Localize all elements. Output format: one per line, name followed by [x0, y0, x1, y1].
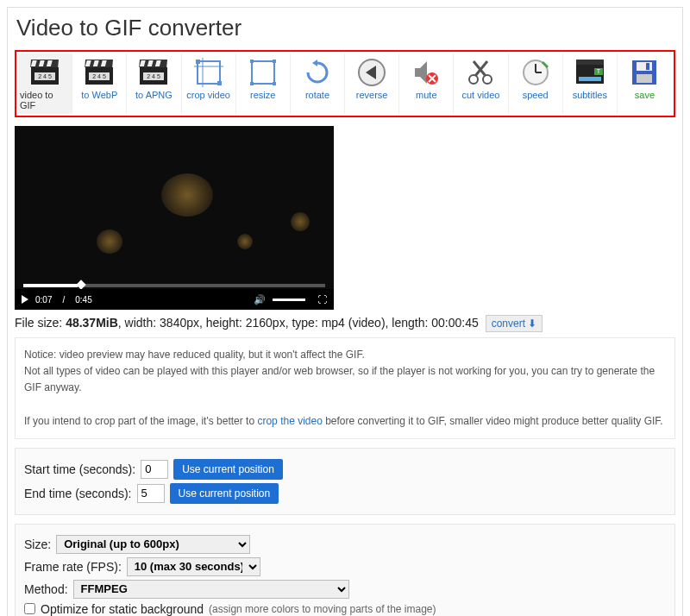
- clapperboard-icon: 2 4 5: [84, 57, 115, 88]
- time-current: 0:07: [35, 295, 52, 305]
- file-info-line: File size: 48.37MiB, width: 3840px, heig…: [15, 315, 675, 332]
- fps-label: Frame rate (FPS):: [24, 560, 122, 574]
- svg-rect-54: [637, 74, 652, 83]
- svg-rect-21: [198, 61, 220, 84]
- tool-label: mute: [416, 90, 436, 100]
- tool-resize[interactable]: resize: [236, 53, 291, 114]
- svg-rect-53: [646, 63, 649, 70]
- method-label: Method:: [24, 582, 68, 596]
- time-duration: 0:45: [75, 295, 91, 305]
- optimize-hint: (assign more colors to moving parts of t…: [209, 603, 436, 615]
- volume-slider[interactable]: [273, 299, 305, 301]
- tool-crop-video[interactable]: crop video: [182, 53, 236, 114]
- toolbar: 2 4 5 video to GIF 2 4 5 to WebP 2 4 5 t…: [18, 53, 672, 114]
- tool-mute[interactable]: mute: [399, 53, 454, 114]
- video-preview: [15, 126, 334, 310]
- tool-speed[interactable]: speed: [509, 53, 563, 114]
- tool-label: save: [635, 90, 655, 100]
- tool-save[interactable]: save: [618, 53, 672, 114]
- tool-label: speed: [523, 90, 549, 100]
- svg-rect-26: [252, 61, 274, 84]
- start-time-input[interactable]: [141, 460, 168, 479]
- seek-bar[interactable]: [23, 284, 325, 287]
- optimize-label: Optimize for static background: [41, 602, 204, 616]
- volume-icon[interactable]: 🔊: [254, 294, 266, 305]
- svg-rect-29: [250, 82, 254, 85]
- svg-rect-27: [250, 60, 254, 63]
- svg-text:2 4 5: 2 4 5: [92, 73, 106, 79]
- tool-label: resize: [250, 90, 275, 100]
- convert-link[interactable]: convert ⬇: [486, 315, 543, 332]
- svg-text:2 4 5: 2 4 5: [38, 73, 52, 79]
- optimize-checkbox[interactable]: [24, 603, 35, 614]
- start-time-label: Start time (seconds):: [24, 462, 135, 476]
- svg-line-40: [475, 61, 487, 76]
- subtitles-icon: T: [574, 57, 605, 88]
- notice-line-3: If you intend to crop part of the image,…: [24, 413, 666, 430]
- svg-line-41: [474, 61, 486, 76]
- fps-select[interactable]: 10 (max 30 seconds): [127, 557, 260, 576]
- notice-line-1: Notice: video preview may have reduced q…: [24, 347, 666, 363]
- clapperboard-icon: 2 4 5: [138, 57, 169, 88]
- video-player[interactable]: 0:07 / 0:45 🔊 ⛶: [15, 126, 334, 310]
- use-current-end-button[interactable]: Use current position: [170, 483, 279, 504]
- svg-rect-48: [579, 77, 601, 81]
- tool-subtitles[interactable]: T subtitles: [563, 53, 618, 114]
- svg-rect-25: [217, 81, 222, 85]
- svg-text:2 4 5: 2 4 5: [147, 73, 161, 79]
- svg-rect-24: [196, 60, 200, 64]
- time-separator: /: [62, 295, 65, 305]
- download-icon: ⬇: [528, 317, 536, 330]
- mute-icon: [411, 57, 442, 88]
- fullscreen-icon[interactable]: ⛶: [317, 294, 327, 305]
- tool-to-webp[interactable]: 2 4 5 to WebP: [72, 53, 127, 114]
- svg-marker-31: [312, 60, 317, 66]
- meta-prefix: File size:: [15, 316, 66, 330]
- tool-rotate[interactable]: rotate: [291, 53, 345, 114]
- tool-cut-video[interactable]: cut video: [454, 53, 508, 114]
- seek-fill: [23, 284, 78, 287]
- tool-label: video to GIF: [20, 90, 70, 110]
- svg-text:T: T: [597, 68, 601, 74]
- tool-label: cut video: [461, 90, 499, 100]
- svg-rect-52: [637, 62, 652, 71]
- time-panel: Start time (seconds): Use current positi…: [15, 448, 675, 515]
- svg-rect-30: [273, 82, 276, 85]
- notice-line-2: Not all types of video can be played wit…: [24, 363, 666, 396]
- svg-rect-28: [273, 60, 276, 63]
- end-time-label: End time (seconds):: [24, 487, 132, 500]
- meta-rest: , width: 3840px, height: 2160px, type: m…: [118, 316, 479, 330]
- tool-label: to APNG: [135, 90, 172, 100]
- tool-label: crop video: [186, 90, 230, 100]
- svg-rect-47: [576, 60, 604, 65]
- end-time-input[interactable]: [137, 484, 165, 503]
- resize-icon: [248, 57, 279, 88]
- crop-icon: [193, 57, 224, 88]
- page-title: Video to GIF converter: [16, 15, 675, 41]
- video-controls: 0:07 / 0:45 🔊 ⛶: [15, 289, 334, 310]
- size-label: Size:: [24, 537, 51, 551]
- tool-video-to-gif[interactable]: 2 4 5 video to GIF: [18, 53, 72, 114]
- rotate-icon: [302, 57, 333, 88]
- tool-label: to WebP: [81, 90, 117, 100]
- tool-label: subtitles: [573, 90, 607, 100]
- tool-reverse[interactable]: reverse: [345, 53, 399, 114]
- play-icon[interactable]: [22, 295, 28, 304]
- notice-box: Notice: video preview may have reduced q…: [15, 337, 675, 439]
- meta-size: 48.37MiB: [66, 316, 118, 330]
- method-select[interactable]: FFMPEG: [73, 580, 349, 599]
- size-select[interactable]: Original (up to 600px): [56, 535, 250, 554]
- toolbar-highlight: 2 4 5 video to GIF 2 4 5 to WebP 2 4 5 t…: [15, 50, 675, 117]
- clapperboard-icon: 2 4 5: [29, 57, 60, 88]
- options-panel: Size: Original (up to 600px) Frame rate …: [15, 524, 675, 616]
- svg-marker-34: [415, 61, 427, 84]
- tool-label: reverse: [356, 90, 388, 100]
- tool-label: rotate: [305, 90, 329, 100]
- speed-icon: [520, 57, 551, 88]
- scissors-icon: [465, 57, 496, 88]
- save-icon: [629, 57, 660, 88]
- tool-to-apng[interactable]: 2 4 5 to APNG: [127, 53, 181, 114]
- crop-video-link[interactable]: crop the video: [257, 415, 322, 427]
- use-current-start-button[interactable]: Use current position: [173, 459, 283, 480]
- reverse-icon: [356, 57, 387, 88]
